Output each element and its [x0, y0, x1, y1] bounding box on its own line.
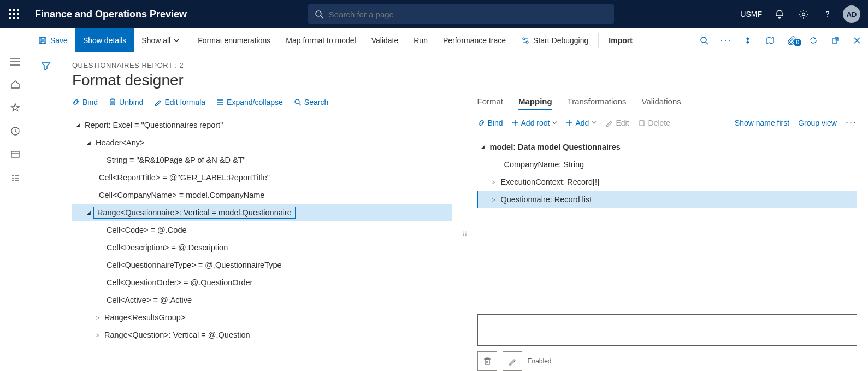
tree-toggle[interactable]: ▷ [489, 197, 499, 202]
svg-point-11 [802, 13, 805, 16]
right-bind-button[interactable]: Bind [477, 119, 503, 127]
tree-search-button[interactable]: Search [294, 98, 328, 107]
tree-node[interactable]: Range<ResultsGroup> [102, 313, 187, 322]
formula-edit-button[interactable] [503, 351, 522, 371]
tab-format[interactable]: Format [477, 97, 504, 110]
cmd-search-icon[interactable] [693, 36, 715, 45]
tree-node[interactable]: Cell<Description> = @.Description [104, 243, 230, 252]
map-icon[interactable] [759, 36, 781, 45]
favorites-icon[interactable] [10, 103, 20, 114]
edit-formula-label: Edit formula [164, 98, 205, 107]
expand-collapse-button[interactable]: Expand/collapse [216, 98, 283, 107]
show-name-first-button[interactable]: Show name first [735, 119, 789, 127]
performance-trace-button[interactable]: Performance trace [435, 28, 513, 52]
tree-toggle[interactable]: ▷ [92, 315, 102, 320]
svg-rect-22 [110, 99, 115, 105]
svg-rect-25 [640, 121, 644, 126]
company-picker[interactable]: USMF [735, 0, 767, 28]
avatar[interactable]: AD [843, 5, 860, 23]
settings-icon[interactable] [792, 0, 816, 28]
tree-node[interactable]: Cell<ReportTitle> = @"GER_LABEL:ReportTi… [97, 173, 272, 182]
run-button[interactable]: Run [406, 28, 435, 52]
validate-button[interactable]: Validate [364, 28, 406, 52]
svg-rect-3 [9, 13, 11, 15]
import-button[interactable]: Import [601, 28, 640, 52]
show-details-button[interactable]: Show details [75, 28, 134, 52]
save-button[interactable]: Save [31, 28, 75, 52]
add-button[interactable]: Add [566, 119, 597, 127]
refresh-icon[interactable] [802, 36, 824, 45]
svg-rect-1 [13, 9, 15, 11]
tree-node[interactable]: model: Data model Questionnaires [488, 143, 623, 151]
tab-validations[interactable]: Validations [641, 97, 681, 110]
delete-label: Delete [648, 119, 670, 127]
svg-rect-13 [41, 37, 44, 39]
help-icon[interactable] [816, 0, 840, 28]
format-tree[interactable]: ◢Report: Excel = "Questionnaires report"… [72, 113, 452, 344]
tree-node[interactable]: Header<Any> [93, 138, 146, 147]
global-search[interactable] [308, 4, 614, 24]
mapping-tree[interactable]: ◢model: Data model Questionnaires Compan… [477, 135, 858, 309]
tree-toggle[interactable]: ◢ [84, 140, 93, 145]
formula-textbox[interactable] [477, 314, 858, 346]
attachments-icon[interactable]: 0 [781, 36, 802, 45]
close-icon[interactable] [846, 37, 868, 44]
map-format-to-model-button[interactable]: Map format to model [278, 28, 363, 52]
formula-delete-button[interactable] [477, 351, 497, 371]
tree-toggle[interactable]: ▷ [92, 332, 102, 338]
notifications-icon[interactable] [767, 0, 792, 28]
tree-node[interactable]: Cell<QuestionOrder> = @.QuestionOrder [104, 278, 255, 287]
tree-toggle[interactable]: ◢ [478, 144, 488, 150]
tree-node[interactable]: Cell<QuestionnaireType> = @.Questionnair… [104, 261, 284, 269]
tab-transformations[interactable]: Transformations [568, 97, 627, 110]
debug-icon [521, 36, 530, 45]
tree-toggle[interactable]: ◢ [84, 210, 93, 215]
svg-point-16 [526, 41, 528, 43]
app-launcher-icon[interactable] [0, 9, 28, 19]
modules-icon[interactable] [10, 173, 20, 185]
tree-search-label: Search [304, 98, 328, 107]
svg-line-18 [706, 42, 708, 44]
pane-splitter[interactable]: ⁞⁞ [463, 97, 467, 371]
diamond-icon[interactable] [737, 36, 759, 45]
tree-node[interactable]: CompanyName: String [502, 160, 587, 169]
tree-toggle[interactable]: ▷ [489, 179, 499, 185]
format-enumerations-button[interactable]: Format enumerations [190, 28, 278, 52]
search-input[interactable] [329, 10, 607, 19]
tree-node[interactable]: Report: Excel = "Questionnaires report" [82, 121, 225, 129]
edit-formula-button[interactable]: Edit formula [154, 98, 205, 107]
workspaces-icon[interactable] [10, 150, 20, 161]
app-title: Finance and Operations Preview [35, 9, 187, 20]
recent-icon[interactable] [10, 126, 20, 138]
group-view-button[interactable]: Group view [798, 119, 837, 127]
tree-node-selected[interactable]: Range<Questionnaire>: Vertical = model.Q… [93, 207, 296, 219]
svg-point-9 [316, 11, 321, 16]
nav-collapse-icon[interactable] [10, 58, 20, 67]
svg-rect-14 [41, 41, 44, 44]
add-root-label: Add root [521, 119, 550, 127]
tree-node[interactable]: ExecutionContext: Record[!] [499, 178, 602, 186]
add-root-button[interactable]: Add root [512, 119, 558, 127]
popout-icon[interactable] [824, 36, 846, 45]
svg-rect-6 [9, 17, 11, 19]
right-bind-label: Bind [488, 119, 503, 127]
show-all-button[interactable]: Show all [134, 28, 190, 52]
svg-point-15 [523, 38, 525, 40]
tab-mapping[interactable]: Mapping [518, 97, 552, 110]
bind-label: Bind [82, 98, 98, 107]
home-icon[interactable] [10, 79, 20, 91]
tree-node[interactable]: Cell<Active> = @.Active [104, 296, 194, 304]
unbind-button[interactable]: Unbind [109, 98, 143, 107]
tree-toggle[interactable]: ◢ [73, 122, 82, 128]
tree-node[interactable]: Cell<CompanyName> = model.CompanyName [97, 191, 267, 199]
tree-node[interactable]: Cell<Code> = @.Code [104, 226, 189, 234]
filter-icon[interactable] [41, 61, 51, 371]
bind-button[interactable]: Bind [72, 98, 98, 107]
tree-node[interactable]: String = "&R&10Page &P of &N &D &T" [104, 156, 248, 164]
tree-node-selected[interactable]: Questionnaire: Record list [499, 195, 594, 204]
right-more-icon[interactable]: ··· [846, 117, 857, 128]
start-debugging-button[interactable]: Start Debugging [513, 28, 596, 52]
tree-node[interactable]: Range<Question>: Vertical = @.Question [102, 331, 252, 339]
svg-rect-0 [9, 9, 11, 11]
more-icon[interactable]: ··· [715, 34, 737, 46]
